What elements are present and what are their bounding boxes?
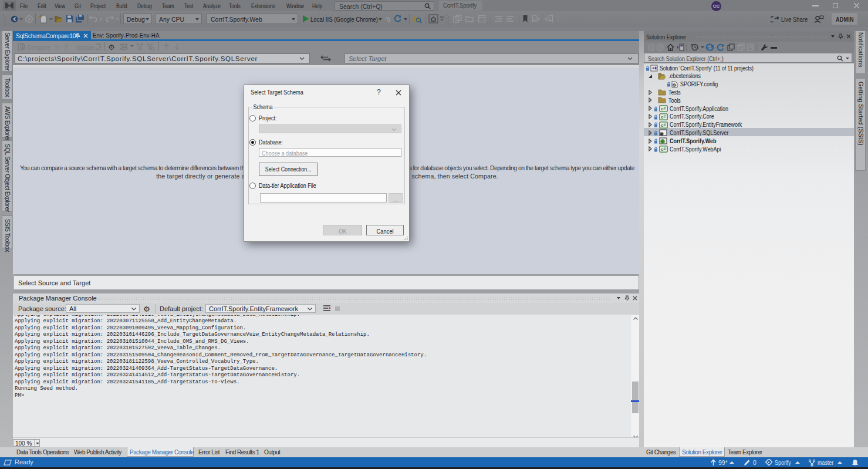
svg-text:#: # [664, 106, 666, 110]
svg-text:#: # [664, 147, 666, 151]
svg-text:#: # [664, 114, 666, 119]
svg-text:#: # [664, 123, 666, 127]
